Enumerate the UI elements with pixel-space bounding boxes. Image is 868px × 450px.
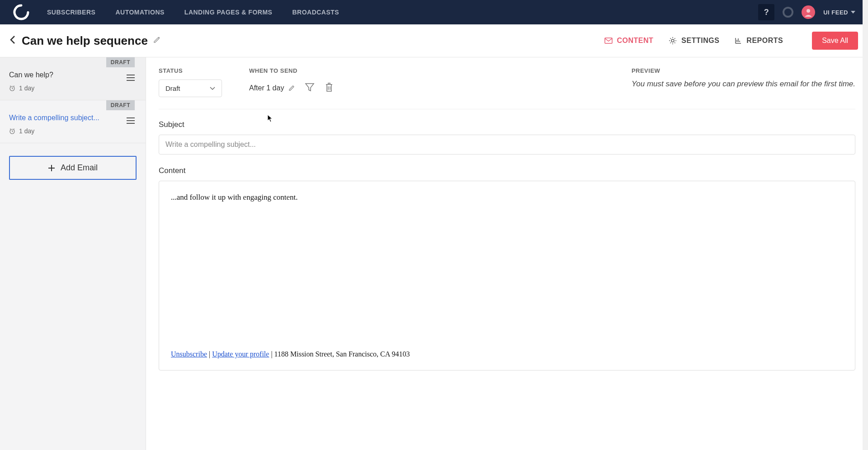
tab-content[interactable]: CONTENT [604,37,654,45]
chevron-down-icon [210,87,215,90]
pencil-icon [153,36,160,43]
mail-icon [604,38,613,44]
draft-badge: DRAFT [106,100,135,110]
chart-icon [735,37,742,44]
when-label: WHEN TO SEND [249,67,334,74]
add-email-label: Add Email [61,163,98,173]
preview-field: PREVIEW You must save before you can pre… [632,67,855,97]
clock-icon [9,85,15,91]
top-nav: SUBSCRIBERS AUTOMATIONS LANDING PAGES & … [0,0,868,24]
tab-reports[interactable]: REPORTS [735,37,783,45]
when-text: After 1 day [249,84,284,92]
nav-automations[interactable]: AUTOMATIONS [115,9,164,16]
svg-rect-1 [605,38,612,43]
content-footer: Unsubscribe|Update your profile|1188 Mis… [171,350,843,358]
nav-right: ? UI FEED [758,4,855,20]
edit-title-button[interactable] [153,36,160,45]
tab-content-label: CONTENT [617,37,654,45]
menu-icon [127,117,135,124]
footer-address: 1188 Mission Street, San Francisco, CA 9… [274,350,410,358]
draft-badge: DRAFT [106,57,135,67]
status-select[interactable]: Draft [159,80,222,97]
status-circle-icon[interactable] [783,7,793,18]
email-list-sidebar: DRAFT Can we help? 1 day DRAFT Write a c… [0,57,146,450]
main: DRAFT Can we help? 1 day DRAFT Write a c… [0,57,868,450]
content-editor[interactable]: ...and follow it up with engaging conten… [159,181,855,370]
menu-icon [127,75,135,81]
tab-settings[interactable]: SETTINGS [669,37,719,45]
email-card[interactable]: DRAFT Write a compelling subject... 1 da… [0,100,146,143]
drag-handle[interactable] [127,117,135,126]
funnel-icon [305,82,315,92]
nav-subscribers[interactable]: SUBSCRIBERS [47,9,95,16]
tab-settings-label: SETTINGS [681,37,719,45]
sequence-title: Can we help sequence [22,34,148,48]
sub-tabs: CONTENT SETTINGS REPORTS Save All [604,32,859,50]
content-panel: STATUS Draft WHEN TO SEND After 1 day [146,57,868,450]
unsubscribe-link[interactable]: Unsubscribe [171,350,207,358]
status-field: STATUS Draft [159,67,222,97]
user-menu[interactable]: UI FEED [823,9,855,16]
preview-label: PREVIEW [632,67,855,74]
chevron-down-icon [851,11,855,14]
drag-handle[interactable] [127,75,135,83]
avatar-icon [804,8,813,17]
sub-header: Can we help sequence CONTENT SETTINGS RE… [0,24,868,57]
content-label: Content [159,166,855,175]
user-name: UI FEED [823,9,848,16]
content-body-text: ...and follow it up with engaging conten… [171,193,843,202]
email-delay-text: 1 day [19,84,34,92]
pencil-icon [288,85,295,91]
email-title: Can we help? [9,71,137,79]
help-button[interactable]: ? [758,4,774,20]
email-card[interactable]: DRAFT Can we help? 1 day [0,57,146,100]
add-email-button[interactable]: Add Email [9,156,137,180]
scrollbar[interactable] [863,0,868,450]
gear-icon [669,37,677,45]
nav-landing-pages[interactable]: LANDING PAGES & FORMS [184,9,273,16]
subject-input[interactable] [159,135,855,155]
email-meta-row: STATUS Draft WHEN TO SEND After 1 day [159,67,855,109]
subject-label: Subject [159,120,855,129]
email-delay: 1 day [9,84,137,92]
update-profile-link[interactable]: Update your profile [212,350,269,358]
when-field: WHEN TO SEND After 1 day [249,67,334,97]
back-button[interactable] [10,36,15,46]
filter-button[interactable] [305,80,315,94]
nav-broadcasts[interactable]: BROADCASTS [292,9,339,16]
nav-items: SUBSCRIBERS AUTOMATIONS LANDING PAGES & … [47,9,758,16]
trash-icon [325,82,334,92]
chevron-left-icon [10,36,15,44]
svg-point-0 [807,9,810,13]
email-title: Write a compelling subject... [9,114,137,122]
status-label: STATUS [159,67,222,74]
logo-icon [13,4,29,20]
plus-icon [48,164,55,172]
when-value[interactable]: After 1 day [249,81,295,92]
email-delay-text: 1 day [19,127,34,135]
svg-point-2 [671,39,674,42]
tab-reports-label: REPORTS [746,37,783,45]
email-delay: 1 day [9,127,137,135]
avatar[interactable] [802,5,815,19]
preview-text: You must save before you can preview thi… [632,80,855,89]
save-all-button[interactable]: Save All [812,32,858,50]
delete-button[interactable] [325,80,334,94]
clock-icon [9,128,15,134]
logo[interactable] [13,4,30,21]
status-value: Draft [165,84,180,92]
